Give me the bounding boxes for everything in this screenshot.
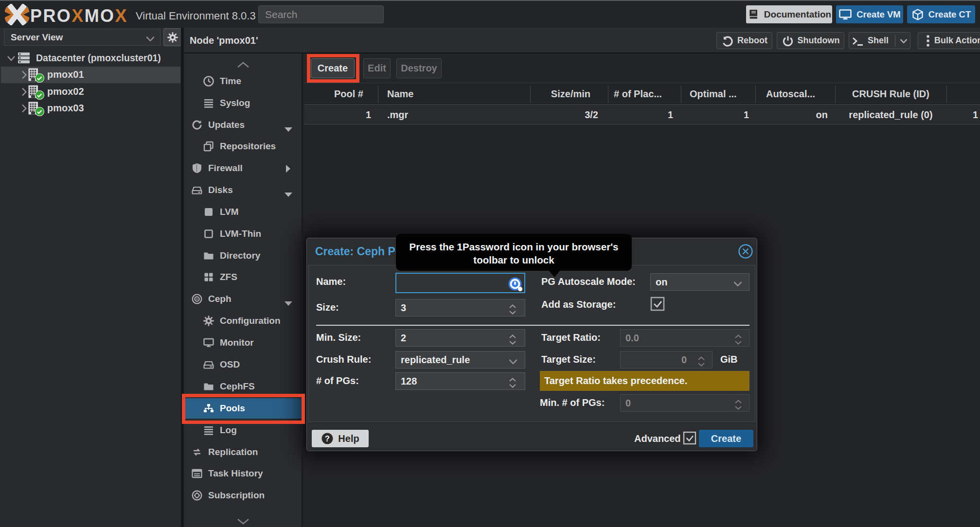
svg-text:?: ? xyxy=(325,435,330,443)
